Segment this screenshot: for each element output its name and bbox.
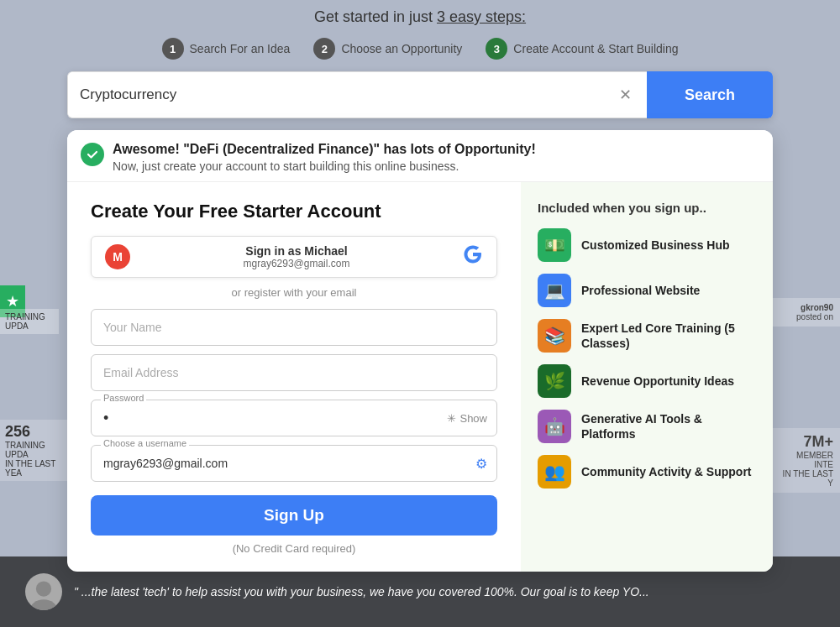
google-signin-button[interactable]: M Sign in as Michael mgray6293@gmail.com bbox=[91, 236, 497, 278]
modal-card: Awesome! "DeFi (Decentralized Finance)" … bbox=[67, 130, 773, 572]
business-hub-label: Customized Business Hub bbox=[581, 238, 730, 253]
step-1-label: Search For an Idea bbox=[190, 42, 291, 55]
business-hub-icon: 💵 bbox=[538, 228, 571, 262]
step-2-label: Choose an Opportunity bbox=[341, 42, 462, 55]
show-label: Show bbox=[459, 412, 487, 425]
modal-body: Create Your Free Starter Account M Sign … bbox=[67, 182, 773, 572]
revenue-ideas-label: Revenue Opportunity Ideas bbox=[581, 374, 734, 389]
step-1-num: 1 bbox=[162, 38, 184, 60]
professional-website-label: Professional Website bbox=[581, 283, 700, 298]
google-name: Sign in as Michael bbox=[137, 244, 456, 258]
no-cc-label: (No Credit Card required) bbox=[91, 542, 497, 555]
google-logo-icon bbox=[463, 244, 483, 269]
step-1: 1 Search For an Idea bbox=[162, 38, 291, 60]
search-button[interactable]: Search bbox=[647, 71, 773, 118]
password-label: Password bbox=[101, 393, 146, 403]
included-item-4: 🤖 Generative AI Tools & Platforms bbox=[538, 410, 756, 443]
included-item-0: 💵 Customized Business Hub bbox=[538, 228, 756, 262]
form-title: Create Your Free Starter Account bbox=[91, 201, 497, 222]
clear-search-button[interactable]: ✕ bbox=[616, 86, 635, 104]
search-input[interactable] bbox=[80, 86, 607, 103]
professional-website-icon: 💻 bbox=[538, 274, 571, 307]
username-input[interactable] bbox=[91, 445, 497, 482]
steps-row: 1 Search For an Idea 2 Choose an Opportu… bbox=[162, 38, 679, 60]
included-item-3: 🌿 Revenue Opportunity Ideas bbox=[538, 364, 756, 398]
check-circle-icon bbox=[81, 143, 104, 166]
core-training-icon: 📚 bbox=[538, 319, 571, 353]
eye-icon: ✳ bbox=[447, 412, 456, 425]
included-item-1: 💻 Professional Website bbox=[538, 274, 756, 307]
signup-button[interactable]: Sign Up bbox=[91, 495, 497, 536]
google-btn-text: Sign in as Michael mgray6293@gmail.com bbox=[137, 244, 456, 269]
show-password-button[interactable]: ✳ Show bbox=[447, 412, 487, 425]
google-avatar: M bbox=[105, 244, 130, 269]
included-heading: Included when you sign up.. bbox=[538, 201, 756, 215]
success-text: Awesome! "DeFi (Decentralized Finance)" … bbox=[113, 142, 536, 173]
community-icon: 👥 bbox=[538, 455, 571, 489]
username-wrap: Choose a username ⚙ bbox=[91, 445, 497, 482]
revenue-ideas-icon: 🌿 bbox=[538, 364, 571, 398]
search-row: ✕ Search bbox=[67, 71, 773, 118]
included-column: Included when you sign up.. 💵 Customized… bbox=[521, 182, 773, 572]
name-input[interactable] bbox=[91, 309, 497, 346]
step-3-label: Create Account & Start Building bbox=[513, 42, 678, 55]
password-wrap: Password ✳ Show bbox=[91, 400, 497, 436]
form-divider: or register with your email bbox=[91, 286, 497, 299]
username-label: Choose a username bbox=[101, 438, 189, 448]
page-title: Get started in just 3 easy steps: bbox=[314, 8, 526, 26]
community-label: Community Activity & Support bbox=[581, 464, 752, 479]
search-input-wrap: ✕ bbox=[67, 71, 647, 118]
password-input[interactable] bbox=[91, 400, 497, 436]
form-column: Create Your Free Starter Account M Sign … bbox=[67, 182, 521, 572]
ai-tools-label: Generative AI Tools & Platforms bbox=[581, 411, 756, 442]
success-subtext: Now, just create your account to start b… bbox=[113, 159, 536, 173]
username-valid-icon: ⚙ bbox=[475, 456, 487, 472]
email-input[interactable] bbox=[91, 354, 497, 391]
core-training-label: Expert Led Core Training (5 Classes) bbox=[581, 321, 756, 351]
success-banner: Awesome! "DeFi (Decentralized Finance)" … bbox=[67, 130, 773, 182]
step-3: 3 Create Account & Start Building bbox=[486, 38, 678, 60]
step-2-num: 2 bbox=[313, 38, 335, 60]
google-email: mgray6293@gmail.com bbox=[137, 258, 456, 269]
included-item-5: 👥 Community Activity & Support bbox=[538, 455, 756, 489]
included-item-2: 📚 Expert Led Core Training (5 Classes) bbox=[538, 319, 756, 353]
modal-wrapper: Get started in just 3 easy steps: 1 Sear… bbox=[0, 0, 840, 627]
ai-tools-icon: 🤖 bbox=[538, 410, 571, 443]
step-3-num: 3 bbox=[486, 38, 507, 60]
step-2: 2 Choose an Opportunity bbox=[313, 38, 462, 60]
success-heading: Awesome! "DeFi (Decentralized Finance)" … bbox=[113, 142, 536, 157]
